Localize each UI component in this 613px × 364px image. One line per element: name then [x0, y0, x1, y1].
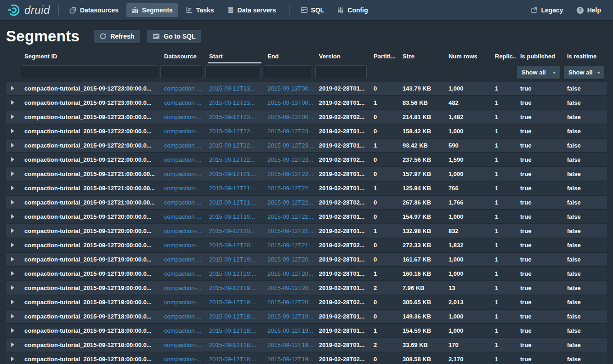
datasource-link[interactable]: compaction-... — [164, 256, 202, 263]
expand-row-icon[interactable] — [11, 114, 14, 119]
datasource-link[interactable]: compaction-... — [164, 156, 202, 163]
expand-row-icon[interactable] — [11, 214, 14, 219]
is-realtime-filter-select[interactable]: Show all — [563, 65, 605, 79]
start-link[interactable]: 2015-09-12T22... — [209, 128, 255, 135]
start-link[interactable]: 2015-09-12T21:... — [209, 171, 256, 177]
column-header-replicas[interactable]: Replic... — [490, 52, 516, 63]
start-link[interactable]: 2015-09-12T23... — [209, 114, 255, 120]
datasource-link[interactable]: compaction-... — [164, 270, 202, 277]
datasource-link[interactable]: compaction-... — [164, 171, 202, 177]
nav-item-data-servers[interactable]: Data servers — [222, 3, 281, 17]
datasource-link[interactable]: compaction-... — [164, 341, 202, 348]
start-link[interactable]: 2015-09-12T19:... — [209, 284, 256, 291]
expand-row-icon[interactable] — [11, 86, 14, 91]
end-link[interactable]: 2015-09-12T19:... — [267, 356, 314, 363]
start-link[interactable]: 2015-09-12T21:... — [209, 185, 256, 192]
start-link[interactable]: 2015-09-12T20... — [209, 228, 255, 234]
end-link[interactable]: 2015-09-12T20... — [267, 270, 313, 277]
column-header-segment-id[interactable]: Segment ID — [20, 52, 159, 63]
end-link[interactable]: 2015-09-12T20... — [267, 284, 313, 291]
expand-row-icon[interactable] — [11, 200, 14, 205]
end-link[interactable]: 2015-09-12T23... — [267, 156, 313, 163]
expand-row-icon[interactable] — [11, 228, 14, 233]
refresh-button[interactable]: Refresh — [93, 29, 140, 43]
datasource-link[interactable]: compaction-... — [164, 327, 202, 334]
datasource-link[interactable]: compaction-... — [164, 299, 202, 306]
start-link[interactable]: 2015-09-12T19:... — [209, 270, 256, 277]
end-link[interactable]: 2015-09-12T20... — [267, 299, 313, 306]
end-link[interactable]: 2015-09-12T19:... — [267, 313, 314, 320]
start-link[interactable]: 2015-09-12T18:... — [209, 341, 256, 348]
expand-row-icon[interactable] — [11, 314, 14, 318]
nav-item-help[interactable]: ? Help — [571, 3, 606, 17]
expand-row-icon[interactable] — [11, 357, 14, 361]
column-header-start[interactable]: Start — [204, 52, 263, 63]
expand-row-icon[interactable] — [11, 271, 14, 276]
expand-row-icon[interactable] — [11, 100, 14, 105]
end-link[interactable]: 2015-09-12T21:... — [267, 213, 314, 220]
go-to-sql-button[interactable]: Go to SQL — [147, 29, 201, 43]
start-link[interactable]: 2015-09-12T21:... — [209, 199, 256, 206]
version-filter-input[interactable] — [315, 65, 367, 79]
start-link[interactable]: 2015-09-12T23... — [209, 99, 255, 106]
column-header-is-realtime[interactable]: Is realtime — [562, 52, 607, 63]
end-link[interactable]: 2015-09-12T21:... — [267, 242, 314, 249]
end-link[interactable]: 2015-09-12T22... — [267, 171, 313, 177]
expand-row-icon[interactable] — [11, 342, 14, 347]
expand-row-icon[interactable] — [11, 243, 14, 247]
column-header-partition[interactable]: Partiti... — [369, 52, 398, 63]
datasource-link[interactable]: compaction-... — [164, 185, 202, 192]
nav-item-segments[interactable]: Segments — [126, 3, 178, 17]
datasource-link[interactable]: compaction-... — [164, 228, 202, 234]
expand-row-icon[interactable] — [11, 157, 14, 162]
datasource-filter-input[interactable] — [160, 65, 202, 79]
expand-row-icon[interactable] — [11, 328, 14, 333]
datasource-link[interactable]: compaction-... — [164, 199, 202, 206]
end-link[interactable]: 2015-09-12T23... — [267, 128, 313, 135]
start-link[interactable]: 2015-09-12T22... — [209, 142, 255, 149]
end-link[interactable]: 2015-09-12T19:... — [267, 327, 314, 334]
start-link[interactable]: 2015-09-12T22... — [209, 156, 255, 163]
datasource-link[interactable]: compaction-... — [164, 242, 202, 249]
column-header-size[interactable]: Size — [398, 52, 444, 63]
end-filter-input[interactable] — [264, 65, 312, 79]
expand-row-icon[interactable] — [11, 171, 14, 176]
expand-row-icon[interactable] — [11, 285, 14, 290]
end-link[interactable]: 2015-09-12T23... — [267, 142, 313, 149]
datasource-link[interactable]: compaction-... — [164, 313, 202, 320]
end-link[interactable]: 2015-09-13T00... — [267, 85, 313, 92]
expand-row-icon[interactable] — [11, 129, 14, 133]
start-link[interactable]: 2015-09-12T23... — [209, 85, 255, 92]
start-link[interactable]: 2015-09-12T18:... — [209, 327, 256, 334]
end-link[interactable]: 2015-09-13T00... — [267, 99, 313, 106]
nav-item-config[interactable]: Config — [332, 3, 373, 17]
start-filter-input[interactable] — [205, 65, 261, 79]
datasource-link[interactable]: compaction-... — [164, 99, 202, 106]
expand-row-icon[interactable] — [11, 143, 14, 148]
end-link[interactable]: 2015-09-12T21:... — [267, 228, 314, 234]
expand-row-icon[interactable] — [11, 257, 14, 262]
nav-item-datasources[interactable]: Datasources — [64, 3, 124, 17]
start-link[interactable]: 2015-09-12T18:... — [209, 313, 256, 320]
datasource-link[interactable]: compaction-... — [164, 114, 202, 120]
start-link[interactable]: 2015-09-12T19:... — [209, 256, 256, 263]
end-link[interactable]: 2015-09-12T22... — [267, 185, 313, 192]
expand-row-icon[interactable] — [11, 300, 14, 304]
end-link[interactable]: 2015-09-12T22... — [267, 199, 313, 206]
end-link[interactable]: 2015-09-13T00... — [267, 114, 313, 120]
datasource-link[interactable]: compaction-... — [164, 213, 202, 220]
column-header-is-published[interactable]: Is published — [516, 52, 562, 63]
nav-item-tasks[interactable]: Tasks — [181, 3, 219, 17]
datasource-link[interactable]: compaction-... — [164, 356, 202, 363]
column-header-end[interactable]: End — [263, 52, 314, 63]
start-link[interactable]: 2015-09-12T18:... — [209, 356, 256, 363]
start-link[interactable]: 2015-09-12T19:... — [209, 299, 256, 306]
datasource-link[interactable]: compaction-... — [164, 128, 202, 135]
datasource-link[interactable]: compaction-... — [164, 142, 202, 149]
column-header-version[interactable]: Version — [314, 52, 369, 63]
is-published-filter-select[interactable]: Show all — [517, 65, 560, 79]
expand-row-icon[interactable] — [11, 186, 14, 190]
segment-id-filter-input[interactable] — [21, 65, 157, 79]
column-header-num-rows[interactable]: Num rows — [444, 52, 490, 63]
end-link[interactable]: 2015-09-12T20... — [267, 256, 313, 263]
